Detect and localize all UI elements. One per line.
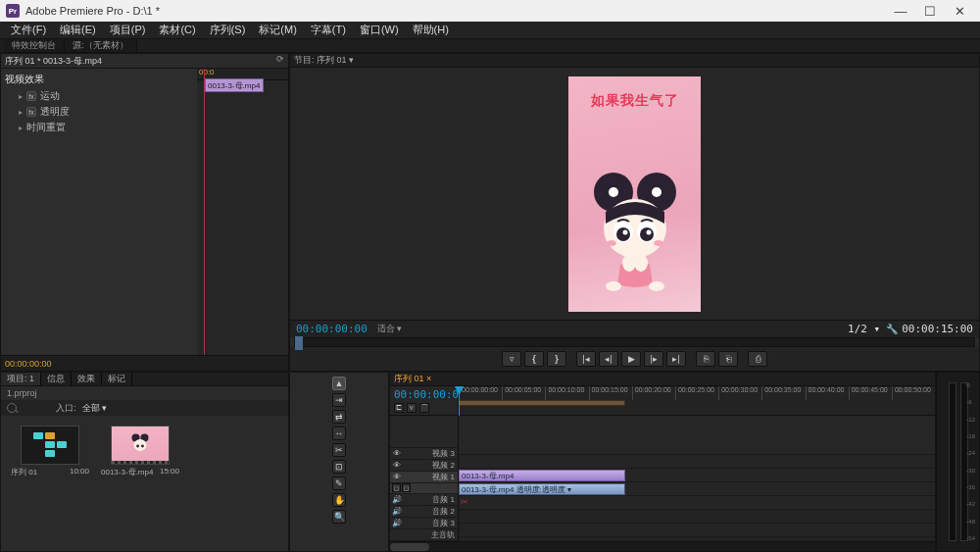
clip-v1[interactable]: 0013-3-母.mp4 透明度:透明度 ▾	[459, 483, 625, 495]
timeline-tab[interactable]: 序列 01 ×	[390, 373, 935, 386]
lane-a1[interactable]	[459, 510, 935, 524]
svg-point-13	[622, 254, 636, 272]
scroll-thumb[interactable]	[390, 543, 429, 551]
maximize-button[interactable]: ☐	[915, 1, 945, 21]
ec-playhead[interactable]	[204, 69, 205, 355]
monitor-scrubber[interactable]	[294, 337, 975, 347]
eye-icon[interactable]: 👁	[392, 461, 402, 470]
markers-toggle[interactable]: ▿	[407, 403, 416, 413]
tab-effects[interactable]: 效果	[72, 373, 102, 385]
slip-tool[interactable]: ⊡	[332, 460, 346, 474]
snap-toggle[interactable]: ⊏	[394, 403, 404, 413]
lane-v1[interactable]: 0013-3-母.mp4 透明度:透明度 ▾	[459, 482, 935, 496]
tab-project[interactable]: 项目: 1	[1, 373, 41, 385]
tab-source-none[interactable]: 源:（无素材）	[65, 39, 137, 52]
eye-icon[interactable]: 👁	[392, 449, 402, 458]
scrubber-playhead[interactable]	[295, 336, 303, 350]
work-area-bar[interactable]	[459, 400, 625, 406]
stopwatch-icon[interactable]: fx	[26, 107, 36, 117]
add-marker-button[interactable]: ▿	[502, 351, 521, 367]
tab-effect-controls[interactable]: 特效控制台	[4, 39, 65, 52]
stopwatch-icon[interactable]: fx	[26, 91, 36, 101]
razor-tool[interactable]: ✂	[332, 443, 346, 457]
go-to-in-button[interactable]: |◂	[576, 351, 596, 367]
lane-v1-fx[interactable]: ✂	[459, 496, 935, 510]
menu-window[interactable]: 窗口(W)	[353, 23, 406, 37]
monitor-tc-current[interactable]: 00:00:00:00	[296, 323, 368, 335]
speaker-icon[interactable]: 🔊	[392, 495, 402, 504]
linked-toggle[interactable]: ⌒	[419, 403, 429, 413]
effect-controls-keyframes[interactable]: 00:0 0013-3-母.mp4	[197, 69, 288, 355]
timeline-ruler[interactable]: 00:00:00:0000:00:05:0000:00:10:0000:00:1…	[459, 386, 935, 415]
lift-button[interactable]: ⎘	[696, 351, 715, 367]
lane-a2[interactable]	[459, 524, 935, 537]
lane-v3[interactable]	[459, 455, 935, 469]
track-header-v3[interactable]: 👁视频 3	[390, 448, 458, 460]
ec-footer-timecode[interactable]: 00:00:00:00	[1, 359, 52, 369]
track-header-a3[interactable]: 🔊音频 3	[390, 518, 458, 529]
pen-tool[interactable]: ✎	[332, 477, 346, 490]
search-icon[interactable]	[7, 403, 17, 413]
menu-file[interactable]: 文件(F)	[4, 23, 53, 37]
track-header-master[interactable]: 主音轨	[390, 529, 458, 541]
monitor-fit-dropdown[interactable]: 适合 ▾	[377, 323, 403, 335]
menu-edit[interactable]: 编辑(E)	[53, 23, 103, 37]
close-button[interactable]: ✕	[945, 1, 974, 21]
menu-clip[interactable]: 素材(C)	[152, 23, 202, 37]
track-header-v1-sub[interactable]: ◻◻	[390, 483, 458, 495]
project-item-video[interactable]: 0013-3-母.mp415:00	[101, 426, 179, 477]
zoom-tool[interactable]: 🔍	[332, 510, 346, 524]
track-header-a2[interactable]: 🔊音频 2	[390, 506, 458, 518]
step-forward-button[interactable]: |▸	[644, 351, 663, 367]
eye-icon[interactable]: 👁	[392, 473, 402, 481]
track-select-tool[interactable]: ⇥	[332, 393, 346, 407]
settings-icon[interactable]: 🔧	[886, 324, 898, 334]
lock-icon[interactable]: ◻	[392, 483, 401, 492]
ec-time-remap[interactable]: 时间重置	[5, 120, 193, 135]
project-item-sequence[interactable]: 序列 0110:00	[11, 426, 89, 477]
go-to-out-button[interactable]: ▸|	[666, 351, 686, 367]
speaker-icon[interactable]: 🔊	[392, 519, 402, 527]
track-header-v1[interactable]: 👁视频 1	[390, 472, 458, 483]
ec-keyframe-clip[interactable]: 0013-3-母.mp4	[205, 78, 264, 92]
menu-sequence[interactable]: 序列(S)	[203, 23, 253, 37]
filter-dropdown[interactable]: 全部 ▾	[82, 402, 108, 415]
program-monitor-viewport[interactable]: 如果我生气了	[290, 68, 979, 320]
rate-stretch-tool[interactable]: ↔	[332, 427, 346, 440]
sync-icon[interactable]: ◻	[402, 483, 411, 492]
track-content-area[interactable]: 0013-3-母.mp4 0013-3-母.mp4 透明度:透明度 ▾ ✂	[459, 416, 935, 541]
sequence-thumbnail	[21, 426, 79, 465]
menu-help[interactable]: 帮助(H)	[406, 23, 456, 37]
play-button[interactable]: ▶	[621, 351, 641, 367]
hand-tool[interactable]: ✋	[332, 493, 346, 507]
menu-title[interactable]: 字幕(T)	[304, 23, 353, 37]
menu-marker[interactable]: 标记(M)	[252, 23, 304, 37]
step-back-button[interactable]: ◂|	[599, 351, 618, 367]
clip-v2[interactable]: 0013-3-母.mp4	[459, 470, 625, 481]
timeline-panel: 序列 01 × 00:00:00:00 ⊏ ▿ ⌒ 00:00:00:0000:…	[389, 372, 936, 552]
timeline-hscroll[interactable]	[390, 541, 935, 551]
mark-in-button[interactable]: {	[524, 351, 544, 367]
tab-info[interactable]: 信息	[41, 373, 72, 385]
mark-out-button[interactable]: }	[547, 351, 566, 367]
project-bin[interactable]: 序列 0110:00 0013-3-母.mp415:00	[1, 416, 288, 551]
track-header-a1[interactable]: 🔊音频 1	[390, 494, 458, 506]
track-header-v2[interactable]: 👁视频 2	[390, 460, 458, 472]
refresh-icon[interactable]: ⟳	[276, 54, 284, 64]
selection-tool[interactable]: ▲	[332, 376, 346, 390]
program-monitor-tab[interactable]: 节目: 序列 01 ▾	[290, 54, 979, 68]
monitor-zoom-dropdown[interactable]: 1/2 ▾	[848, 323, 880, 335]
tab-markers[interactable]: 标记	[102, 373, 132, 385]
ripple-edit-tool[interactable]: ⇄	[332, 410, 346, 424]
extract-button[interactable]: ⎗	[718, 351, 738, 367]
lane-v2[interactable]: 0013-3-母.mp4	[459, 469, 935, 482]
minimize-button[interactable]: —	[886, 1, 915, 21]
ec-motion[interactable]: fx运动	[5, 88, 193, 104]
menu-project[interactable]: 项目(P)	[103, 23, 153, 37]
project-filter-bar: 入口: 全部 ▾	[1, 400, 288, 416]
ec-opacity[interactable]: fx透明度	[5, 104, 193, 120]
export-frame-button[interactable]: ⎙	[748, 351, 767, 367]
speaker-icon[interactable]: 🔊	[392, 507, 402, 516]
svg-point-21	[141, 445, 144, 448]
timeline-timecode[interactable]: 00:00:00:00	[394, 388, 458, 401]
